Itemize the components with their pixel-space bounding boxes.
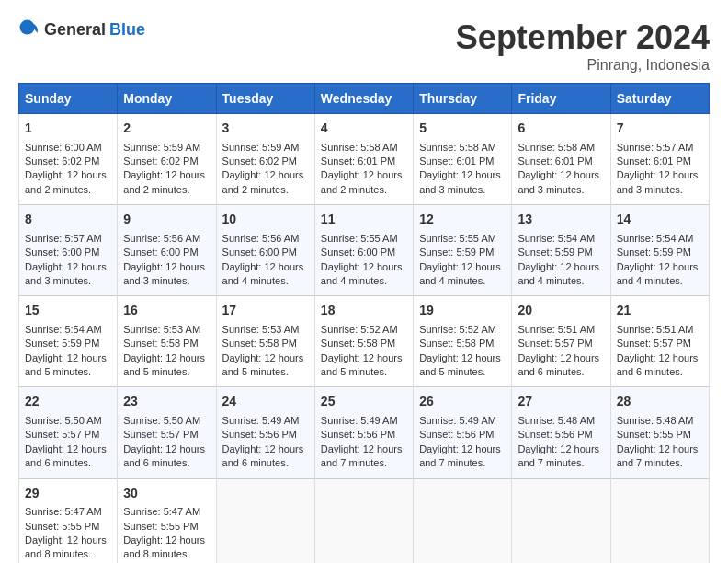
daylight-text: Daylight: 12 hours and 4 minutes. [518,260,604,289]
day-number: 6 [518,120,604,138]
daylight-text: Daylight: 12 hours and 6 minutes. [123,442,210,471]
sunrise-text: Sunrise: 5:53 AM [222,323,309,337]
daylight-text: Daylight: 12 hours and 2 minutes. [321,168,407,197]
sunset-text: Sunset: 6:01 PM [518,155,604,168]
day-number: 4 [321,120,407,138]
daylight-text: Daylight: 12 hours and 8 minutes. [25,534,111,562]
title-area: September 2024 Pinrang, Indonesia [456,18,710,74]
sunrise-text: Sunrise: 5:52 AM [419,323,506,337]
sunset-text: Sunset: 6:00 PM [123,246,210,259]
header-row: Sunday Monday Tuesday Wednesday Thursday… [19,84,710,114]
sunset-text: Sunset: 5:59 PM [419,246,506,259]
day-number: 11 [321,211,407,229]
day-number: 16 [123,302,210,320]
sunrise-text: Sunrise: 5:53 AM [123,323,210,337]
sunrise-text: Sunrise: 5:50 AM [123,414,210,428]
day-number: 5 [419,120,506,138]
table-row: 17Sunrise: 5:53 AMSunset: 5:58 PMDayligh… [216,296,314,387]
sunrise-text: Sunrise: 5:58 AM [419,141,506,155]
sunset-text: Sunset: 5:56 PM [222,428,309,442]
sunrise-text: Sunrise: 5:58 AM [321,141,407,155]
daylight-text: Daylight: 12 hours and 6 minutes. [518,351,604,380]
sunset-text: Sunset: 6:01 PM [419,155,506,168]
table-row: 20Sunrise: 5:51 AMSunset: 5:57 PMDayligh… [512,296,610,387]
daylight-text: Daylight: 12 hours and 6 minutes. [25,442,111,471]
day-number: 18 [321,302,407,320]
sunrise-text: Sunrise: 5:54 AM [617,232,703,246]
daylight-text: Daylight: 12 hours and 3 minutes. [419,168,506,197]
day-number: 7 [617,120,703,138]
header-sunday: Sunday [19,84,118,114]
sunrise-text: Sunrise: 5:57 AM [25,232,111,246]
logo-general: General [44,20,106,40]
sunrise-text: Sunrise: 5:49 AM [222,414,309,428]
daylight-text: Daylight: 12 hours and 6 minutes. [617,351,703,380]
day-number: 9 [123,211,210,229]
sunset-text: Sunset: 5:59 PM [25,337,111,350]
daylight-text: Daylight: 12 hours and 6 minutes. [222,442,309,471]
sunset-text: Sunset: 6:00 PM [222,246,309,259]
sunset-text: Sunset: 5:58 PM [419,337,506,350]
sunset-text: Sunset: 5:57 PM [518,337,604,350]
day-number: 13 [518,211,604,229]
day-number: 30 [123,485,210,503]
month-title: September 2024 [456,18,710,57]
sunrise-text: Sunrise: 5:47 AM [123,505,210,519]
table-row [216,478,314,563]
table-row [512,478,610,563]
table-row: 26Sunrise: 5:49 AMSunset: 5:56 PMDayligh… [414,387,512,478]
logo-icon [18,18,40,40]
sunset-text: Sunset: 5:55 PM [25,520,111,534]
sunrise-text: Sunrise: 5:57 AM [617,141,703,155]
daylight-text: Daylight: 12 hours and 7 minutes. [518,442,604,471]
daylight-text: Daylight: 12 hours and 5 minutes. [25,351,111,380]
sunset-text: Sunset: 5:59 PM [518,246,604,259]
daylight-text: Daylight: 12 hours and 4 minutes. [222,260,309,289]
sunset-text: Sunset: 5:57 PM [25,428,111,442]
table-row: 27Sunrise: 5:48 AMSunset: 5:56 PMDayligh… [512,387,610,478]
table-row: 9Sunrise: 5:56 AMSunset: 6:00 PMDaylight… [118,205,216,296]
sunset-text: Sunset: 5:58 PM [321,337,407,350]
sunset-text: Sunset: 6:01 PM [321,155,407,168]
sunset-text: Sunset: 5:58 PM [123,337,210,350]
table-row: 24Sunrise: 5:49 AMSunset: 5:56 PMDayligh… [216,387,314,478]
sunrise-text: Sunrise: 5:49 AM [419,414,506,428]
table-row: 15Sunrise: 5:54 AMSunset: 5:59 PMDayligh… [19,296,118,387]
table-row: 12Sunrise: 5:55 AMSunset: 5:59 PMDayligh… [414,205,512,296]
table-row: 10Sunrise: 5:56 AMSunset: 6:00 PMDayligh… [216,205,314,296]
daylight-text: Daylight: 12 hours and 2 minutes. [222,168,309,197]
daylight-text: Daylight: 12 hours and 3 minutes. [123,260,210,289]
daylight-text: Daylight: 12 hours and 7 minutes. [617,442,703,471]
sunrise-text: Sunrise: 5:55 AM [321,232,407,246]
sunset-text: Sunset: 5:58 PM [222,337,309,350]
sunset-text: Sunset: 6:02 PM [123,155,210,168]
location-subtitle: Pinrang, Indonesia [456,57,710,74]
sunrise-text: Sunrise: 5:56 AM [222,232,309,246]
table-row: 13Sunrise: 5:54 AMSunset: 5:59 PMDayligh… [512,205,610,296]
page-header: General Blue September 2024 Pinrang, Ind… [18,18,710,74]
table-row [314,478,413,563]
table-row: 1Sunrise: 6:00 AMSunset: 6:02 PMDaylight… [19,114,118,205]
day-number: 29 [25,485,111,503]
daylight-text: Daylight: 12 hours and 2 minutes. [123,168,210,197]
day-number: 23 [123,393,210,411]
sunrise-text: Sunrise: 6:00 AM [25,141,111,155]
table-row: 11Sunrise: 5:55 AMSunset: 6:00 PMDayligh… [314,205,413,296]
daylight-text: Daylight: 12 hours and 5 minutes. [222,351,309,380]
sunrise-text: Sunrise: 5:54 AM [25,323,111,337]
sunrise-text: Sunrise: 5:47 AM [25,505,111,519]
sunset-text: Sunset: 6:02 PM [25,155,111,168]
table-row: 8Sunrise: 5:57 AMSunset: 6:00 PMDaylight… [19,205,118,296]
day-number: 25 [321,393,407,411]
table-row: 23Sunrise: 5:50 AMSunset: 5:57 PMDayligh… [118,387,216,478]
logo-blue: Blue [109,20,145,40]
day-number: 28 [617,393,703,411]
sunrise-text: Sunrise: 5:59 AM [222,141,309,155]
day-number: 15 [25,302,111,320]
sunrise-text: Sunrise: 5:51 AM [518,323,604,337]
header-monday: Monday [118,84,216,114]
table-row: 14Sunrise: 5:54 AMSunset: 5:59 PMDayligh… [610,205,709,296]
header-tuesday: Tuesday [216,84,314,114]
day-number: 26 [419,393,506,411]
day-number: 24 [222,393,309,411]
